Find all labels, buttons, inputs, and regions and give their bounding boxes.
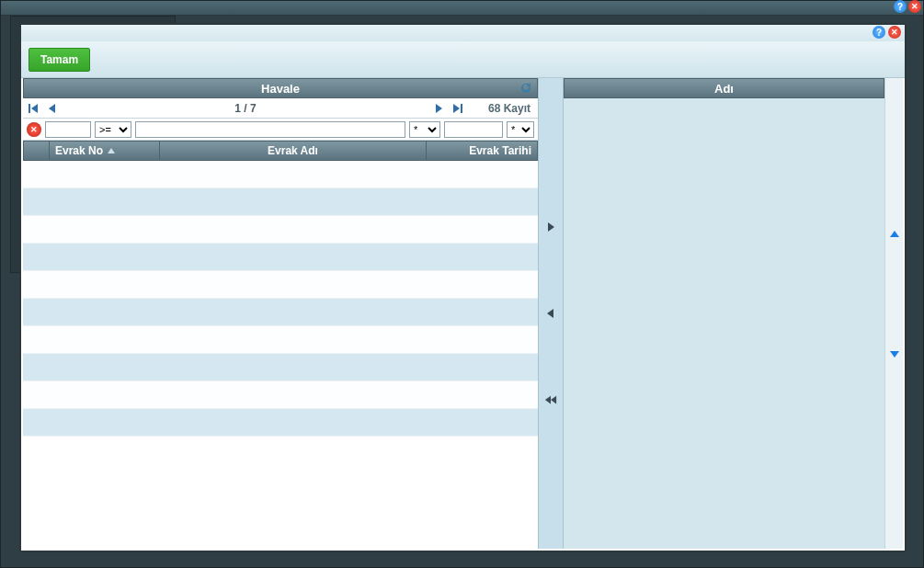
left-panel: Havale 1 / 7 <box>23 78 538 549</box>
svg-marker-9 <box>545 396 551 404</box>
filter-col3-op[interactable]: * <box>507 121 534 138</box>
pager-prev-icon[interactable] <box>45 102 58 115</box>
scroll-column <box>884 78 903 549</box>
modal-dialog: ? ✕ Tamam Havale <box>19 23 907 552</box>
svg-marker-8 <box>547 309 553 318</box>
scroll-down-icon[interactable] <box>885 345 903 363</box>
filter-col1-op[interactable]: >= <box>95 121 131 138</box>
mover-column <box>538 78 564 549</box>
filter-col3-input[interactable] <box>444 121 503 138</box>
table-row[interactable] <box>23 354 538 381</box>
record-count: 68 Kayıt <box>470 102 534 115</box>
filter-col2-op[interactable]: * <box>409 121 440 138</box>
table-row[interactable] <box>23 216 538 244</box>
move-left-icon[interactable] <box>544 307 557 320</box>
move-right-icon[interactable] <box>544 221 557 233</box>
clear-filter-icon[interactable] <box>27 122 41 137</box>
svg-marker-12 <box>890 351 899 358</box>
col-head-evrak-no-label: Evrak No <box>55 144 103 157</box>
sort-asc-icon <box>107 144 116 157</box>
col-head-evrak-no[interactable]: Evrak No <box>50 142 160 160</box>
svg-marker-10 <box>551 396 556 404</box>
ok-button[interactable]: Tamam <box>29 48 90 72</box>
svg-rect-5 <box>461 104 462 113</box>
dialog-body: Havale 1 / 7 <box>21 78 905 551</box>
svg-rect-0 <box>29 104 30 113</box>
col-head-checkbox[interactable] <box>24 142 50 160</box>
table-row[interactable] <box>23 299 538 326</box>
dialog-close-icon[interactable]: ✕ <box>888 26 901 39</box>
dialog-toolbar: Tamam <box>21 41 905 78</box>
col-head-evrak-adi[interactable]: Evrak Adı <box>160 142 427 160</box>
right-panel-header: Adı <box>564 78 884 98</box>
col-head-evrak-adi-label: Evrak Adı <box>268 144 318 157</box>
pager-first-icon[interactable] <box>27 102 40 115</box>
table-row[interactable] <box>23 409 538 437</box>
dialog-titlebar: ? ✕ <box>21 25 905 41</box>
right-panel: Adı <box>564 78 884 549</box>
grid-body <box>23 161 538 549</box>
svg-marker-7 <box>548 222 554 232</box>
table-row[interactable] <box>23 188 538 216</box>
col-head-evrak-tarihi-label: Evrak Tarihi <box>469 144 531 157</box>
help-icon[interactable]: ? <box>894 0 907 13</box>
column-header-row: Evrak No Evrak Adı Evrak Tarihi <box>23 141 538 161</box>
right-panel-body <box>564 98 884 549</box>
table-row[interactable] <box>23 161 538 188</box>
move-all-left-icon[interactable] <box>544 393 557 406</box>
pager-last-icon[interactable] <box>451 102 464 115</box>
filter-col1-input[interactable] <box>45 121 91 138</box>
table-row[interactable] <box>23 381 538 409</box>
paginator: 1 / 7 68 Kayıt <box>23 98 538 119</box>
right-panel-title: Adı <box>714 82 734 96</box>
scroll-up-icon[interactable] <box>885 225 903 244</box>
svg-marker-6 <box>108 148 115 153</box>
outer-window: ? ✕ ? ✕ Tamam Havale <box>0 0 924 568</box>
close-icon[interactable]: ✕ <box>908 0 921 13</box>
filter-row: >= * * <box>23 119 538 141</box>
table-row[interactable] <box>23 244 538 271</box>
svg-marker-3 <box>436 104 442 113</box>
left-panel-header: Havale <box>23 78 538 98</box>
page-indicator: 1 / 7 <box>234 102 256 115</box>
svg-marker-2 <box>49 104 55 113</box>
svg-marker-4 <box>453 104 460 113</box>
dialog-help-icon[interactable]: ? <box>873 26 885 39</box>
pager-next-icon[interactable] <box>433 102 446 115</box>
svg-marker-1 <box>31 104 38 113</box>
table-row[interactable] <box>23 326 538 354</box>
refresh-icon[interactable] <box>519 81 533 96</box>
table-row[interactable] <box>23 271 538 299</box>
svg-marker-11 <box>890 231 899 237</box>
col-head-evrak-tarihi[interactable]: Evrak Tarihi <box>427 142 537 160</box>
filter-col2-input[interactable] <box>135 121 405 138</box>
left-panel-title: Havale <box>261 82 300 96</box>
outer-window-titlebar: ? ✕ <box>1 1 923 16</box>
